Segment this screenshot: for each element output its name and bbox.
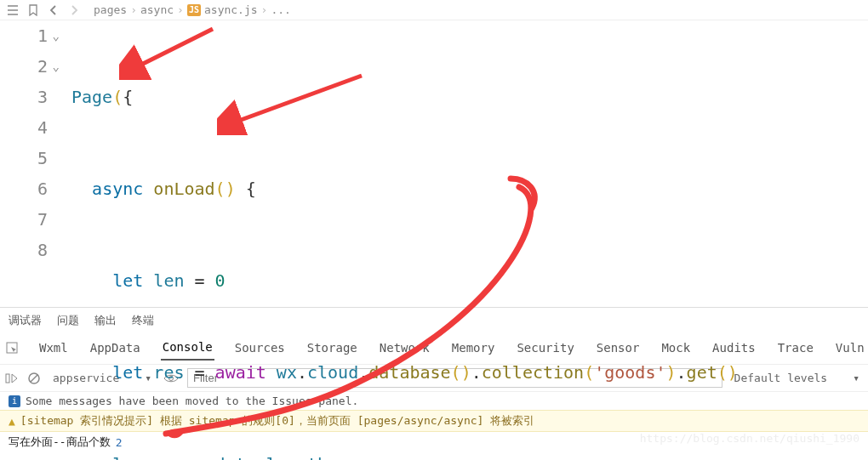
inspect-icon[interactable] xyxy=(5,341,19,355)
menu-icon[interactable] xyxy=(5,3,20,18)
clear-console-icon[interactable] xyxy=(27,372,41,385)
warn-icon: ▲ xyxy=(9,415,15,428)
watermark: https://blog.csdn.net/qiushi_1990 xyxy=(640,432,859,445)
bookmark-icon[interactable] xyxy=(26,3,41,18)
line-gutter: 1⌄ 2⌄ 3 4 5 6 7 8 xyxy=(0,20,54,288)
tab-wxml[interactable]: Wxml xyxy=(37,336,70,360)
forward-icon[interactable] xyxy=(66,3,82,18)
code-editor[interactable]: 1⌄ 2⌄ 3 4 5 6 7 8 Page({ async onLoad() … xyxy=(0,20,868,288)
code-line: len = res.data.length xyxy=(71,449,868,460)
breadcrumb-file[interactable]: async.js xyxy=(204,3,258,16)
tab-debugger[interactable]: 调试器 xyxy=(9,313,42,328)
play-pause-icon[interactable] xyxy=(5,372,19,384)
chevron-right-icon: › xyxy=(177,3,184,16)
js-file-icon: JS xyxy=(187,4,201,16)
svg-line-5 xyxy=(31,375,37,382)
svg-rect-3 xyxy=(6,374,9,383)
code-line: Page({ xyxy=(71,82,868,112)
chevron-right-icon: › xyxy=(130,3,137,16)
breadcrumb-item[interactable]: pages xyxy=(94,3,127,16)
breadcrumb-more[interactable]: ... xyxy=(271,3,290,16)
code-line: let res = await wx.cloud.database().coll… xyxy=(71,357,868,388)
back-icon[interactable] xyxy=(46,3,61,18)
breadcrumb[interactable]: pages › async › JS async.js › ... xyxy=(94,3,291,16)
breadcrumb-item[interactable]: async xyxy=(140,3,174,16)
chevron-right-icon: › xyxy=(261,3,268,16)
code-line: async onLoad() { xyxy=(71,173,868,204)
code-line: let len = 0 xyxy=(71,265,868,296)
code-area[interactable]: Page({ async onLoad() { let len = 0 let … xyxy=(54,20,868,288)
info-badge-icon: i xyxy=(9,395,20,407)
editor-top-bar: pages › async › JS async.js › ... xyxy=(0,0,868,20)
